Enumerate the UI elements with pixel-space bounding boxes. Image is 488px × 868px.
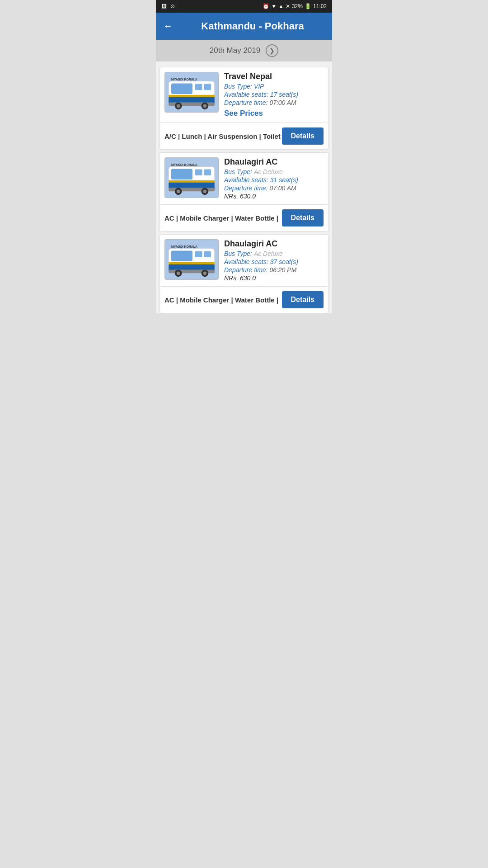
status-right: ⏰ ▼ ▲ ✕ 32% 🔋 11:02	[263, 3, 327, 9]
bus-type-3: Bus Type: Ac Deluxe	[224, 250, 324, 257]
wifi-icon: ▼	[271, 3, 277, 9]
bus-seats-1: Available seats: 17 seat(s)	[224, 91, 324, 98]
svg-rect-30	[171, 250, 192, 261]
svg-rect-17	[171, 169, 192, 179]
details-button-1[interactable]: Details	[282, 127, 324, 145]
bus-image-2: MYAGDI KORALA	[164, 157, 219, 198]
bus-image-1: MYAGDI KORALA	[164, 72, 219, 113]
amenities-text-2: AC | Mobile Charger | Water Bottle |	[164, 214, 282, 222]
bus-list: MYAGDI KORALA Travel Nepal Bus Type: VIP…	[156, 61, 332, 313]
bus-name-2: Dhaulagiri AC	[224, 157, 324, 167]
svg-rect-16	[169, 180, 215, 183]
departure-value-1: 07:00 AM	[269, 99, 296, 106]
amenities-text-1: A/C | Lunch | Air Suspension | Toilet	[164, 132, 282, 140]
svg-point-22	[177, 189, 180, 193]
bus-card-2: MYAGDI KORALA Dhaulagiri AC Bus Type: Ac…	[160, 152, 328, 205]
status-bar: 🖼 ⊙ ⏰ ▼ ▲ ✕ 32% 🔋 11:02	[156, 0, 332, 13]
top-nav: ← Kathmandu - Pokhara	[156, 13, 332, 40]
bus-type-label-2: Bus Type:	[224, 168, 252, 175]
bus-departure-1: Departure time: 07:00 AM	[224, 99, 324, 106]
svg-rect-4	[171, 83, 192, 94]
bus-name-3: Dhaulagiri AC	[224, 239, 324, 249]
signal2-icon: ✕	[286, 3, 290, 9]
seats-value-3: 37 seat(s)	[270, 258, 298, 265]
svg-rect-32	[204, 251, 211, 257]
bus-price-2: NRs. 630.0	[224, 193, 324, 200]
bus-price-3: NRs. 630.0	[224, 274, 324, 282]
svg-rect-31	[195, 251, 202, 257]
bus-seats-2: Available seats: 31 seat(s)	[224, 176, 324, 184]
bus-type-value-1: VIP	[254, 83, 264, 90]
seats-value-2: 31 seat(s)	[270, 176, 298, 184]
details-button-2[interactable]: Details	[282, 209, 324, 226]
departure-label-1: Departure time:	[224, 99, 267, 106]
svg-rect-6	[204, 84, 211, 90]
svg-point-9	[177, 104, 180, 108]
amenities-row-3: AC | Mobile Charger | Water Bottle | Det…	[160, 287, 328, 313]
amenities-text-3: AC | Mobile Charger | Water Bottle |	[164, 296, 282, 304]
departure-value-2: 07:00 AM	[269, 184, 296, 192]
departure-label-2: Departure time:	[224, 184, 267, 192]
seats-value-1: 17 seat(s)	[270, 91, 298, 98]
svg-point-24	[203, 189, 206, 193]
status-left: 🖼 ⊙	[161, 3, 175, 9]
bus-card-1: MYAGDI KORALA Travel Nepal Bus Type: VIP…	[160, 67, 328, 123]
seats-label-2: Available seats:	[224, 176, 268, 184]
bus-card-3: MYAGDI KORALA Dhaulagiri AC Bus Type: Ac…	[160, 234, 328, 287]
svg-rect-3	[169, 95, 215, 97]
details-button-3[interactable]: Details	[282, 291, 324, 308]
departure-label-3: Departure time:	[224, 266, 267, 274]
signal-icon: ▲	[278, 3, 284, 9]
svg-point-11	[203, 104, 206, 108]
seats-label-3: Available seats:	[224, 258, 268, 265]
bus-type-value-3: Ac Deluxe	[254, 250, 283, 257]
bus-type-label-1: Bus Type:	[224, 83, 252, 90]
bus-details-3: Dhaulagiri AC Bus Type: Ac Deluxe Availa…	[224, 239, 324, 282]
next-date-button[interactable]: ❯	[266, 44, 278, 57]
bus-departure-2: Departure time: 07:00 AM	[224, 184, 324, 192]
chevron-right-icon: ❯	[269, 47, 275, 54]
svg-text:MYAGDI KORALA: MYAGDI KORALA	[171, 163, 197, 166]
date-label: 20th May 2019	[210, 46, 260, 55]
bus-departure-3: Departure time: 06:20 PM	[224, 266, 324, 274]
bus-info-row-1: MYAGDI KORALA Travel Nepal Bus Type: VIP…	[160, 67, 328, 123]
svg-rect-5	[195, 84, 202, 90]
clock-time: 11:02	[313, 3, 327, 9]
date-bar: 20th May 2019 ❯	[156, 40, 332, 61]
page-title: Kathmandu - Pokhara	[180, 20, 325, 32]
bus-type-1: Bus Type: VIP	[224, 83, 324, 90]
battery-icon: 🔋	[305, 3, 311, 9]
amenities-row-2: AC | Mobile Charger | Water Bottle | Det…	[160, 205, 328, 231]
svg-point-35	[177, 271, 180, 275]
svg-rect-18	[195, 169, 202, 175]
amenities-row-1: A/C | Lunch | Air Suspension | Toilet De…	[160, 123, 328, 150]
bus-type-label-3: Bus Type:	[224, 250, 252, 257]
back-button[interactable]: ←	[163, 20, 173, 32]
bus-type-value-2: Ac Deluxe	[254, 168, 283, 175]
departure-value-3: 06:20 PM	[269, 266, 296, 274]
battery-percent: 32%	[292, 3, 303, 9]
bus-type-2: Bus Type: Ac Deluxe	[224, 168, 324, 175]
svg-text:MYAGDI KORALA: MYAGDI KORALA	[171, 78, 197, 81]
photo-icon: 🖼	[161, 3, 167, 9]
seats-label-1: Available seats:	[224, 91, 268, 98]
bus-info-row-3: MYAGDI KORALA Dhaulagiri AC Bus Type: Ac…	[160, 235, 328, 286]
bus-details-1: Travel Nepal Bus Type: VIP Available sea…	[224, 72, 324, 118]
svg-rect-29	[169, 262, 215, 264]
bus-image-3: MYAGDI KORALA	[164, 239, 219, 280]
alarm-icon: ⏰	[263, 3, 269, 9]
bus-name-1: Travel Nepal	[224, 72, 324, 81]
see-prices-button-1[interactable]: See Prices	[224, 109, 263, 118]
bus-seats-3: Available seats: 37 seat(s)	[224, 258, 324, 265]
bus-details-2: Dhaulagiri AC Bus Type: Ac Deluxe Availa…	[224, 157, 324, 200]
circle-icon: ⊙	[170, 3, 175, 9]
svg-point-37	[203, 271, 206, 275]
svg-text:MYAGDI KORALA: MYAGDI KORALA	[171, 245, 197, 248]
svg-rect-19	[204, 169, 211, 175]
bus-info-row-2: MYAGDI KORALA Dhaulagiri AC Bus Type: Ac…	[160, 153, 328, 204]
